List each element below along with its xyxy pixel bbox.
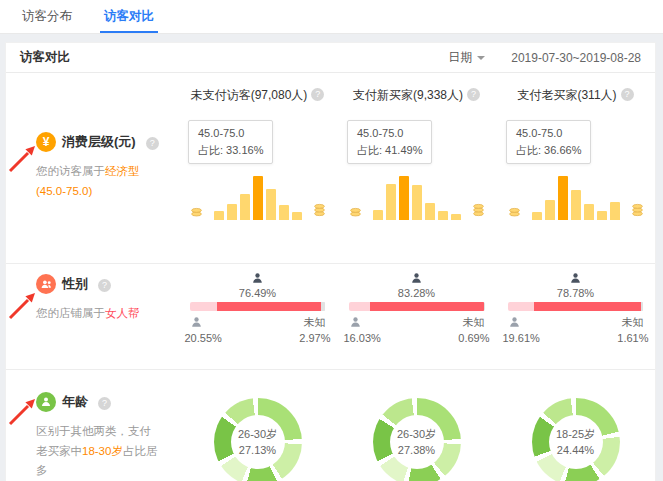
unknown-label: 未知 [622, 315, 644, 330]
column-header-new-buyers: 支付新买家(9,338人) ? [337, 87, 496, 104]
section-consumption-level: ¥ 消费层级(元) ? 您的访客属于经济型(45.0-75.0) 45.0-75… [6, 106, 655, 264]
coin-stack-small-icon [349, 206, 362, 220]
help-icon[interactable]: ? [98, 397, 111, 410]
person-icon [36, 392, 56, 412]
age-donut-chart[interactable]: 26-30岁 27.13% [214, 398, 302, 481]
tab-visitor-comparison[interactable]: 访客对比 [88, 0, 170, 33]
chart-tooltip: 45.0-75.0 占比: 41.49% [347, 120, 432, 164]
column-header-label: 支付新买家(9,338人) [353, 87, 463, 104]
female-icon [251, 272, 264, 285]
coin-stack-large-icon [631, 203, 644, 220]
tooltip-range: 45.0-75.0 [198, 125, 263, 142]
consumption-description: 您的访客属于经济型(45.0-75.0) [36, 162, 162, 201]
age-chart-new-buyers: 26-30岁 27.38% [337, 370, 496, 481]
age-label-cell: 年龄 ? 区别于其他两类，支付老买家中18-30岁占比居多 [6, 370, 178, 481]
chart-tooltip: 45.0-75.0 占比: 33.16% [188, 120, 273, 164]
unknown-percentage: 0.69% [458, 332, 489, 344]
gender-description: 您的店铺属于女人帮 [36, 304, 162, 324]
age-chart-repeat-buyers: 18-25岁 24.44% [496, 370, 655, 481]
consumption-bar-chart[interactable] [508, 172, 644, 220]
section-title: 消费层级(元) [62, 133, 136, 151]
tooltip-share: 占比: 41.49% [357, 142, 422, 159]
section-title: 性别 [62, 275, 88, 293]
desc-highlight: 18-30岁 [82, 445, 123, 457]
desc-text: 您的访客属于 [36, 165, 105, 177]
gender-ratio-bar[interactable] [508, 302, 644, 311]
gender-chart-new-buyers: 83.28% 未知 16.03% 0.69% [337, 264, 496, 369]
help-icon[interactable]: ? [467, 88, 480, 101]
coin-stack-small-icon [190, 206, 203, 220]
male-icon [349, 316, 362, 329]
date-filter-label: 日期 [448, 49, 472, 66]
consumption-bar-chart[interactable] [349, 172, 485, 220]
gender-chart-repeat-buyers: 78.78% 未知 19.61% 1.61% [496, 264, 655, 369]
age-group-percentage: 27.38% [398, 442, 435, 459]
consumption-chart-unpaid: 45.0-75.0 占比: 33.16% [178, 106, 337, 263]
female-icon [569, 272, 582, 285]
female-percentage: 76.49% [239, 287, 276, 299]
male-percentage: 19.61% [503, 332, 540, 344]
unknown-label: 未知 [304, 315, 326, 330]
consumption-chart-repeat-buyers: 45.0-75.0 占比: 36.66% [496, 106, 655, 263]
unknown-percentage: 2.97% [299, 332, 330, 344]
desc-highlight: 女人帮 [105, 307, 140, 319]
male-percentage: 20.55% [185, 332, 222, 344]
desc-text: 您的店铺属于 [36, 307, 105, 319]
tooltip-share: 占比: 33.16% [198, 142, 263, 159]
male-icon [508, 316, 521, 329]
donut-center-label: 26-30岁 27.13% [231, 415, 285, 469]
date-filter-dropdown[interactable]: 日期 [448, 49, 485, 66]
panel-header: 访客对比 日期 2019-07-30~2019-08-28 [6, 43, 655, 73]
section-title: 年龄 [62, 393, 88, 411]
consumption-bar-chart[interactable] [190, 172, 326, 220]
tooltip-range: 45.0-75.0 [516, 125, 581, 142]
donut-center-label: 26-30岁 27.38% [390, 415, 444, 469]
help-icon[interactable]: ? [311, 88, 324, 101]
donut-center-label: 18-25岁 24.44% [549, 415, 603, 469]
help-icon[interactable]: ? [621, 88, 634, 101]
section-gender: 性别 ? 您的店铺属于女人帮 76.49% 未知 20.55% 2.97% [6, 264, 655, 370]
male-icon [190, 316, 203, 329]
column-headers-row: 未支付访客(97,080人) ? 支付新买家(9,338人) ? 支付老买家(3… [6, 73, 655, 106]
age-donut-chart[interactable]: 26-30岁 27.38% [373, 398, 461, 481]
female-icon [410, 272, 423, 285]
gender-ratio-bar[interactable] [349, 302, 485, 311]
visitor-comparison-panel: 访客对比 日期 2019-07-30~2019-08-28 未支付访客(97,0… [5, 42, 656, 481]
column-header-repeat-buyers: 支付老买家(311人) ? [496, 87, 655, 104]
tab-visitor-distribution[interactable]: 访客分布 [6, 0, 88, 33]
age-description: 区别于其他两类，支付老买家中18-30岁占比居多 [36, 422, 162, 481]
column-header-label: 未支付访客(97,080人) [191, 87, 308, 104]
column-header-label: 支付老买家(311人) [517, 87, 616, 104]
tooltip-share: 占比: 36.66% [516, 142, 581, 159]
age-group-label: 18-25岁 [556, 426, 595, 443]
help-icon[interactable]: ? [146, 137, 159, 150]
visitor-analytics-page: { "tabs": {"distribution": "访客分布", "comp… [0, 0, 663, 481]
gender-label-cell: 性别 ? 您的店铺属于女人帮 [6, 264, 178, 369]
panel-title: 访客对比 [20, 49, 70, 66]
gender-ratio-bar[interactable] [190, 302, 326, 311]
female-percentage: 83.28% [398, 287, 435, 299]
age-group-percentage: 27.13% [239, 442, 276, 459]
people-icon [36, 274, 56, 294]
unknown-label: 未知 [463, 315, 485, 330]
top-tabbar: 访客分布 访客对比 [0, 0, 663, 34]
male-percentage: 16.03% [344, 332, 381, 344]
age-group-percentage: 24.44% [557, 442, 594, 459]
coin-stack-large-icon [472, 203, 485, 220]
coin-stack-large-icon [313, 203, 326, 220]
column-header-unpaid-visitors: 未支付访客(97,080人) ? [178, 87, 337, 104]
coin-stack-small-icon [508, 206, 521, 220]
consumption-label-cell: ¥ 消费层级(元) ? 您的访客属于经济型(45.0-75.0) [6, 106, 178, 263]
chevron-down-icon [477, 56, 485, 64]
tooltip-range: 45.0-75.0 [357, 125, 422, 142]
age-chart-unpaid: 26-30岁 27.13% [178, 370, 337, 481]
consumption-chart-new-buyers: 45.0-75.0 占比: 41.49% [337, 106, 496, 263]
chart-tooltip: 45.0-75.0 占比: 36.66% [506, 120, 591, 164]
age-donut-chart[interactable]: 18-25岁 24.44% [532, 398, 620, 481]
section-age: 年龄 ? 区别于其他两类，支付老买家中18-30岁占比居多 26-30岁 27.… [6, 370, 655, 481]
unknown-percentage: 1.61% [617, 332, 648, 344]
yuan-icon: ¥ [36, 132, 56, 152]
age-group-label: 26-30岁 [238, 426, 277, 443]
help-icon[interactable]: ? [98, 279, 111, 292]
date-range-value[interactable]: 2019-07-30~2019-08-28 [511, 51, 641, 65]
